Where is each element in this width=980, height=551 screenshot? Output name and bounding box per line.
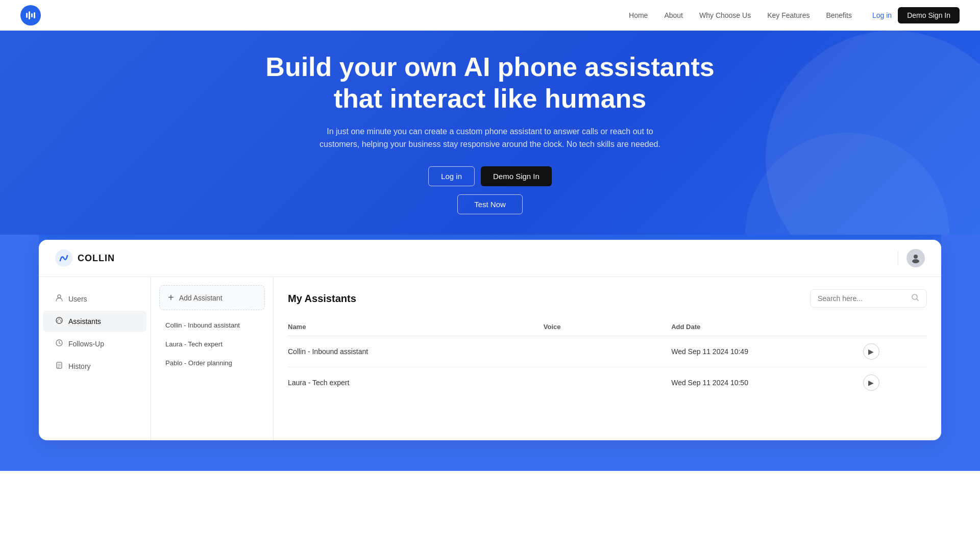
row-collin-action: ▶ [863,336,927,367]
app-header: COLLIN [39,240,941,277]
assistant-collin[interactable]: Collin - Inbound assistant [159,316,265,334]
row-collin-voice [544,336,671,367]
assistant-pablo[interactable]: Pablo - Order planning [159,354,265,372]
user-avatar[interactable] [906,249,925,267]
table-row: Collin - Inbound assistant Wed Sep 11 20… [288,336,927,367]
sidebar-item-history[interactable]: History [43,356,146,377]
app-card-wrapper: COLLIN [0,235,980,471]
svg-line-17 [917,299,918,300]
hero-login-button[interactable]: Log in [428,166,475,186]
hero-headline: Build your own AI phone assistants that … [260,51,720,115]
nav-login-button[interactable]: Log in [872,11,892,19]
hero-section: Build your own AI phone assistants that … [0,0,980,235]
my-assistants-title: My Assistants [288,293,356,305]
svg-point-8 [56,317,62,323]
row-collin-name: Collin - Inbound assistant [288,336,544,367]
sidebar-item-users[interactable]: Users [43,288,146,310]
svg-point-7 [58,295,61,298]
users-icon [55,294,63,304]
sidebar-assistants-label: Assistants [68,317,101,325]
svg-point-5 [914,255,918,259]
assistant-laura[interactable]: Laura - Tech expert [159,335,265,353]
sidebar-item-assistants[interactable]: Assistants [43,311,146,332]
app-body: Users Assistants [39,277,941,440]
header-divider [898,251,898,265]
svg-rect-2 [31,13,33,17]
history-icon [55,361,63,371]
sidebar: Users Assistants [39,277,151,440]
add-assistant-button[interactable]: + Add Assistant [159,285,265,310]
nav-why[interactable]: Why Choose Us [699,11,751,19]
svg-point-10 [60,320,61,321]
row-laura-name: Laura - Tech expert [288,367,544,398]
app-card: COLLIN [39,240,941,440]
nav-features[interactable]: Key Features [767,11,810,19]
nav-links: Home About Why Choose Us Key Features Be… [629,11,852,19]
svg-point-9 [57,320,58,321]
search-input[interactable] [818,294,907,303]
main-panel: My Assistants Name [274,277,941,440]
svg-rect-3 [34,12,35,18]
main-panel-header: My Assistants [288,289,927,308]
hero-test-button[interactable]: Test Now [457,194,523,214]
nav-home[interactable]: Home [629,11,648,19]
hero-subtext: In just one minute you can create a cust… [306,125,674,151]
nav-about[interactable]: About [664,11,683,19]
follows-up-icon [55,339,63,349]
play-collin-button[interactable]: ▶ [863,343,879,360]
assistants-table: Name Voice Add Date Collin - Inbound ass… [288,318,927,398]
app-logo-icon [55,249,72,267]
table-row: Laura - Tech expert Wed Sep 11 2024 10:5… [288,367,927,398]
app-logo-text: COLLIN [78,253,115,264]
logo [20,5,41,26]
sidebar-item-follows-up[interactable]: Follows-Up [43,333,146,355]
play-laura-button[interactable]: ▶ [863,374,879,391]
row-laura-action: ▶ [863,367,927,398]
add-assistant-label: Add Assistant [179,294,223,302]
sidebar-history-label: History [68,362,91,370]
nav-demo-button[interactable]: Demo Sign In [898,7,960,23]
row-laura-voice [544,367,671,398]
svg-rect-0 [26,13,28,18]
logo-icon [20,5,41,26]
search-icon [911,293,919,304]
navbar: Home About Why Choose Us Key Features Be… [0,0,980,31]
app-header-right [898,249,925,267]
hero-demo-button[interactable]: Demo Sign In [481,166,552,186]
sidebar-users-label: Users [68,295,87,303]
assistants-icon [55,316,63,327]
search-box [810,289,927,308]
sidebar-followsup-label: Follows-Up [68,340,104,348]
svg-rect-1 [29,11,30,19]
row-collin-date: Wed Sep 11 2024 10:49 [671,336,863,367]
app-logo: COLLIN [55,249,115,267]
nav-actions: Log in Demo Sign In [872,7,960,23]
svg-point-6 [912,259,919,263]
plus-icon: + [168,292,174,304]
row-laura-date: Wed Sep 11 2024 10:50 [671,367,863,398]
middle-panel: + Add Assistant Collin - Inbound assista… [151,277,274,440]
col-header-voice: Voice [544,318,671,336]
col-header-name: Name [288,318,544,336]
hero-buttons: Log in Demo Sign In [428,166,552,186]
col-header-date: Add Date [671,318,863,336]
nav-benefits[interactable]: Benefits [826,11,852,19]
col-header-action [863,318,927,336]
